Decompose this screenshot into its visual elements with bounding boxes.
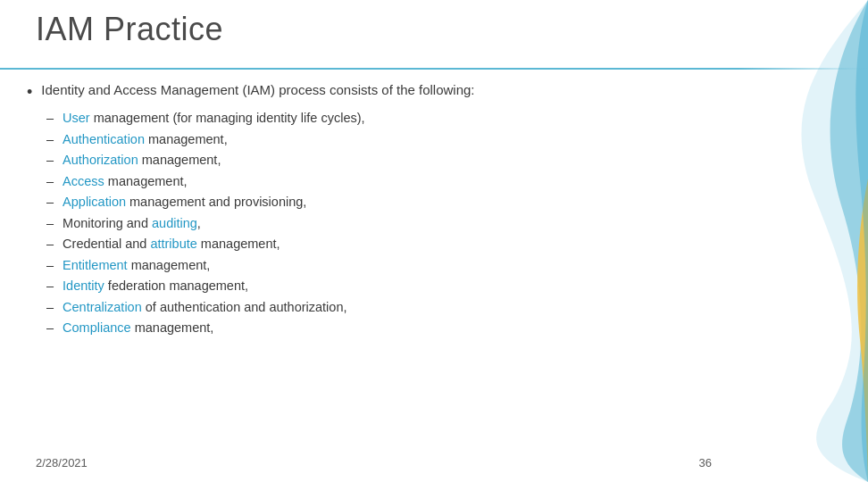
list-item: – Credential and attribute management, <box>46 234 716 253</box>
list-item: – Application management and provisionin… <box>46 192 716 212</box>
list-item: – Authentication management, <box>46 129 716 149</box>
main-bullet: • Identity and Access Management (IAM) p… <box>27 82 716 103</box>
list-item: – Monitoring and auditing, <box>46 213 716 233</box>
list-item: – Authorization management, <box>46 150 716 170</box>
list-item: – Identity federation management, <box>46 276 716 295</box>
list-item: – User management (for managing identity… <box>46 108 716 128</box>
main-content: • Identity and Access Management (IAM) p… <box>27 82 716 339</box>
sub-items-list: – User management (for managing identity… <box>46 108 716 337</box>
main-bullet-text: Identity and Access Management (IAM) pro… <box>41 82 474 97</box>
list-item: – Centralization of authentication and a… <box>46 297 716 317</box>
page-title: IAM Practice <box>36 11 223 48</box>
slide: IAM Practice • Identity and Access Manag… <box>0 0 868 482</box>
bullet-dot: • <box>27 82 32 103</box>
list-item: – Access management, <box>46 171 716 191</box>
title-divider <box>0 68 868 70</box>
footer-date: 2/28/2021 <box>36 456 88 470</box>
footer-page-number: 36 <box>699 456 712 470</box>
list-item: – Entitlement management, <box>46 255 716 275</box>
list-item: – Compliance management, <box>46 318 716 337</box>
decorative-waves <box>725 0 868 482</box>
